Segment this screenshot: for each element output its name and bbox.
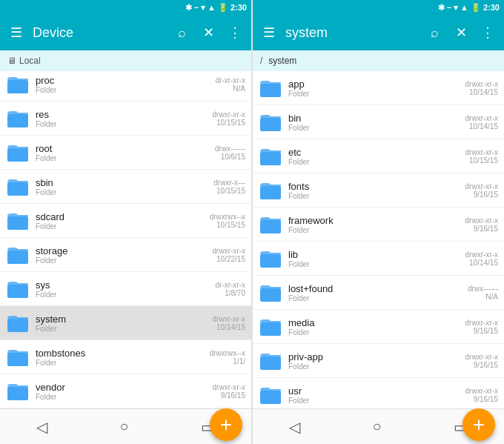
file-perms: drwxr-xr-x bbox=[465, 216, 498, 225]
file-meta: dr-xr-xr-x1/8/70 bbox=[215, 281, 245, 297]
file-name: tombstones bbox=[36, 348, 210, 359]
list-item[interactable]: priv-appFolderdrwxr-xr-x9/16/15 bbox=[253, 344, 504, 378]
list-item[interactable]: etcFolderdrwxr-xr-x10/15/15 bbox=[253, 139, 504, 173]
list-item[interactable]: tombstonesFolderdrwxrwx--x1/1/ bbox=[0, 340, 251, 374]
file-perms: drwxr-xr-x bbox=[465, 387, 498, 395]
svg-rect-10 bbox=[7, 251, 28, 264]
right-more-icon[interactable]: ⋮ bbox=[477, 24, 498, 41]
file-date: 9/16/15 bbox=[474, 190, 498, 199]
right-search-icon[interactable]: ⌕ bbox=[424, 25, 445, 41]
list-item[interactable]: mediaFolderdrwxr-xr-x9/16/15 bbox=[253, 310, 504, 344]
file-meta: drwxr-xr-x10/14/15 bbox=[213, 315, 245, 331]
left-fab[interactable]: + bbox=[210, 408, 242, 441]
file-type: Folder bbox=[36, 222, 210, 231]
file-perms: drwx------ bbox=[468, 285, 498, 293]
left-breadcrumb: 🖥 Local bbox=[0, 50, 251, 71]
file-perms: drwxrwx--x bbox=[210, 349, 245, 357]
file-type: Folder bbox=[288, 260, 465, 268]
list-item[interactable]: sysFolderdr-xr-xr-x1/8/70 bbox=[0, 272, 251, 306]
file-meta: drwxr-x---10/15/15 bbox=[213, 179, 245, 195]
list-item[interactable]: fontsFolderdrwxr-xr-x9/16/15 bbox=[253, 173, 504, 208]
file-date: N/A bbox=[233, 85, 245, 93]
left-search-icon[interactable]: ⌕ bbox=[171, 25, 192, 41]
battery-icon: 🔋 bbox=[218, 3, 228, 13]
right-status-icons: ✱ − ▾ ▲ 🔋 2:30 bbox=[438, 3, 500, 13]
file-name: proc bbox=[36, 75, 215, 86]
left-more-icon[interactable]: ⋮ bbox=[225, 24, 245, 41]
file-type: Folder bbox=[288, 124, 465, 132]
svg-rect-22 bbox=[260, 322, 281, 336]
file-perms: drwxr-xr-x bbox=[213, 383, 245, 391]
folder-icon bbox=[6, 73, 30, 96]
file-meta: drwxr-xr-x9/16/15 bbox=[465, 216, 498, 233]
left-menu-icon[interactable]: ☰ bbox=[6, 24, 27, 41]
right-battery-icon: 🔋 bbox=[471, 3, 481, 13]
file-date: 10/15/15 bbox=[216, 187, 245, 195]
file-name: priv-app bbox=[288, 351, 465, 362]
file-info: libFolder bbox=[288, 249, 465, 268]
file-date: 9/16/15 bbox=[474, 225, 498, 233]
file-type: Folder bbox=[288, 397, 465, 405]
file-name: sbin bbox=[36, 177, 213, 188]
folder-icon bbox=[259, 247, 282, 271]
file-perms: drwxr-xr-x bbox=[465, 353, 498, 361]
file-date: 10/14/15 bbox=[216, 323, 245, 331]
list-item[interactable]: frameworkFolderdrwxr-xr-x9/16/15 bbox=[253, 208, 504, 242]
file-name: lib bbox=[288, 249, 465, 260]
left-home-button[interactable]: ○ bbox=[119, 418, 128, 435]
time-display: 2:30 bbox=[231, 3, 247, 12]
right-close-icon[interactable]: ✕ bbox=[451, 24, 471, 41]
file-name: vendor bbox=[36, 382, 213, 393]
list-item[interactable]: usrFolderdrwxr-xr-x9/16/15 bbox=[253, 378, 504, 408]
file-meta: drwxr-xr-x10/14/15 bbox=[465, 251, 498, 267]
file-info: storageFolder bbox=[36, 245, 213, 265]
svg-rect-20 bbox=[260, 254, 281, 268]
list-item[interactable]: storageFolderdrwxr-xr-x10/22/15 bbox=[0, 238, 251, 272]
svg-rect-14 bbox=[7, 387, 28, 400]
list-item[interactable]: libFolderdrwxr-xr-x10/14/15 bbox=[253, 242, 504, 276]
file-type: Folder bbox=[36, 359, 210, 367]
left-panel: ✱ − ▾ ▲ 🔋 2:30 ☰ Device ⌕ ✕ ⋮ 🖥 Local fi… bbox=[0, 0, 252, 444]
list-item[interactable]: sdcardFolderdrwxrwx--x10/15/15 bbox=[0, 204, 251, 238]
right-back-button[interactable]: ◁ bbox=[289, 418, 300, 436]
list-item[interactable]: procFolderdr-xr-xr-xN/A bbox=[0, 71, 251, 102]
right-breadcrumb-root: / bbox=[260, 56, 262, 66]
folder-icon bbox=[259, 145, 282, 168]
left-back-button[interactable]: ◁ bbox=[36, 418, 47, 436]
file-meta: drwxr-xr-x9/16/15 bbox=[465, 319, 498, 335]
folder-icon bbox=[6, 209, 30, 233]
left-close-icon[interactable]: ✕ bbox=[198, 24, 219, 41]
file-info: frameworkFolder bbox=[288, 215, 465, 234]
svg-rect-15 bbox=[260, 84, 281, 97]
file-date: 10/15/15 bbox=[216, 119, 245, 127]
right-menu-icon[interactable]: ☰ bbox=[259, 24, 279, 41]
right-fab[interactable]: + bbox=[462, 408, 495, 441]
right-home-button[interactable]: ○ bbox=[372, 418, 381, 435]
left-breadcrumb-local-icon: 🖥 bbox=[7, 56, 16, 66]
minus-icon: − bbox=[194, 3, 199, 12]
list-item[interactable]: lost+foundFolderdrwx------N/A bbox=[253, 276, 504, 310]
left-file-list[interactable]: firmwareFolderdrwxr-xr-xN/A fsgFolderdrw… bbox=[0, 71, 251, 408]
file-info: resFolder bbox=[36, 109, 213, 128]
file-name: framework bbox=[288, 215, 465, 226]
list-item[interactable]: binFolderdrwxr-xr-x10/14/15 bbox=[253, 105, 504, 139]
list-item[interactable]: vendorFolderdrwxr-xr-x9/16/15 bbox=[0, 374, 251, 408]
file-perms: drwxr-xr-x bbox=[465, 148, 498, 156]
list-item[interactable]: resFolderdrwxr-xr-x10/15/15 bbox=[0, 102, 251, 136]
list-item[interactable]: sbinFolderdrwxr-x---10/15/15 bbox=[0, 170, 251, 204]
file-perms: drwxr-xr-x bbox=[465, 80, 498, 88]
file-meta: drwx------10/6/15 bbox=[215, 145, 245, 161]
file-name: system bbox=[36, 314, 213, 325]
left-title: Device bbox=[33, 25, 165, 41]
file-type: Folder bbox=[36, 86, 215, 94]
file-date: 10/22/15 bbox=[216, 255, 245, 263]
list-item[interactable]: rootFolderdrwx------10/6/15 bbox=[0, 136, 251, 170]
list-item[interactable]: systemFolderdrwxr-xr-x10/14/15 bbox=[0, 306, 251, 340]
signal-icon: ▲ bbox=[208, 3, 216, 12]
folder-icon bbox=[259, 179, 282, 202]
file-type: Folder bbox=[288, 192, 465, 200]
right-file-list[interactable]: appFolderdrwxr-xr-x10/14/15 binFolderdrw… bbox=[253, 71, 504, 408]
file-date: 9/16/15 bbox=[474, 327, 498, 335]
left-status-bar: ✱ − ▾ ▲ 🔋 2:30 bbox=[0, 0, 251, 15]
list-item[interactable]: appFolderdrwxr-xr-x10/14/15 bbox=[253, 71, 504, 105]
